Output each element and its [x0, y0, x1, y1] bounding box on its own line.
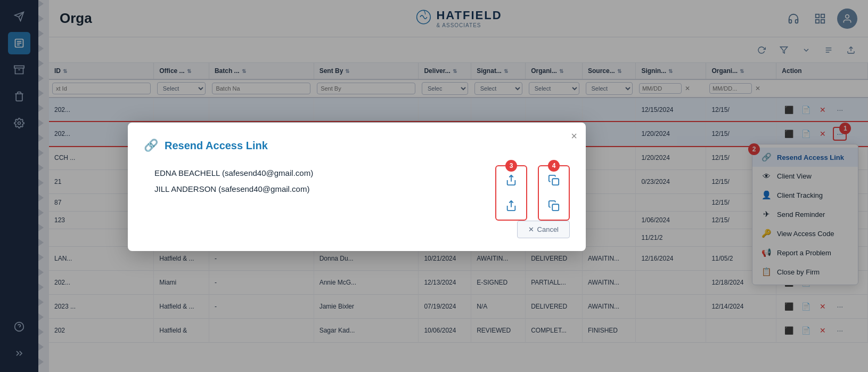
copy-group-container: 4	[538, 165, 570, 221]
resend-button-1[interactable]	[499, 169, 523, 191]
modal-overlay: 🔗 Resend Access Link × EDNA BEACHELL (sa…	[0, 0, 868, 372]
resend-access-link-modal: 🔗 Resend Access Link × EDNA BEACHELL (sa…	[128, 123, 586, 251]
resend-buttons-group	[495, 165, 527, 221]
cancel-label: Cancel	[537, 225, 559, 233]
svg-rect-25	[552, 204, 559, 211]
modal-close-button[interactable]: ×	[571, 130, 577, 142]
cancel-x-icon: ✕	[528, 225, 534, 233]
resend-button-2[interactable]	[499, 195, 523, 216]
step-badge-3: 3	[505, 160, 517, 172]
svg-rect-24	[552, 179, 559, 185]
modal-footer: ✕ Cancel	[144, 221, 570, 238]
step-badge-4: 4	[548, 160, 560, 172]
modal-recipients: EDNA BEACHELL (safesend40@gmail.com) JIL…	[144, 165, 485, 197]
modal-header: 🔗 Resend Access Link	[144, 139, 570, 152]
copy-button-2[interactable]	[542, 195, 566, 216]
cancel-button[interactable]: ✕ Cancel	[517, 221, 570, 238]
recipient-1: EDNA BEACHELL (safesend40@gmail.com)	[154, 165, 485, 181]
recipient-2: JILL ANDERSON (safesend40@gmail.com)	[154, 181, 485, 197]
copy-button-1[interactable]	[542, 169, 566, 191]
copy-buttons-group	[538, 165, 570, 221]
modal-link-icon: 🔗	[144, 139, 158, 152]
modal-title: Resend Access Link	[165, 140, 268, 152]
resend-group-container: 3	[495, 165, 527, 221]
